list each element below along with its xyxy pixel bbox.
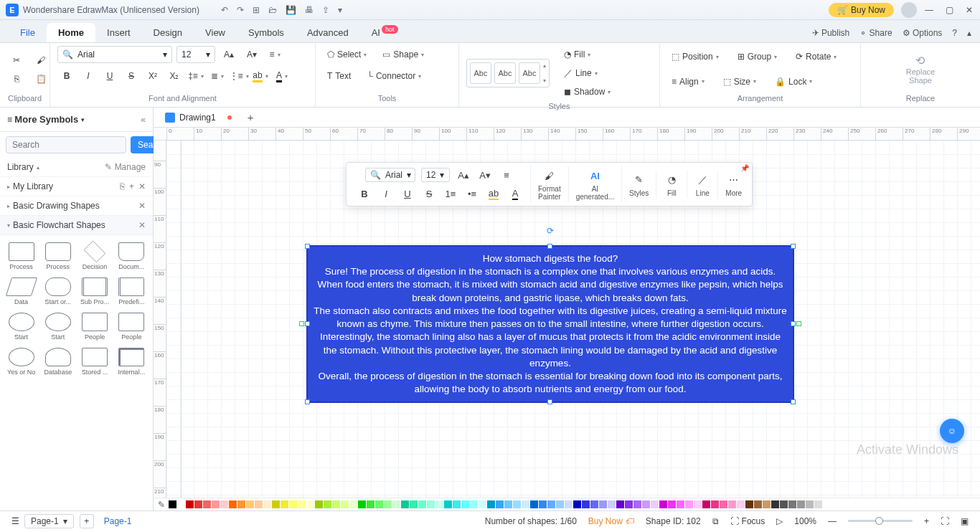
float-highlight[interactable]: ab [486, 186, 501, 201]
color-swatch[interactable] [263, 500, 271, 508]
shape-item[interactable]: Process [3, 239, 39, 273]
color-swatch[interactable] [539, 500, 547, 508]
increase-font-button[interactable]: A▴ [220, 46, 238, 63]
color-swatch[interactable] [358, 500, 366, 508]
color-swatch[interactable] [169, 500, 176, 508]
collapse-ribbon-button[interactable]: ▴ [967, 28, 971, 38]
color-swatch[interactable] [694, 500, 702, 508]
footer-buy-now[interactable]: Buy Now 🏷 [588, 516, 634, 526]
shape-item[interactable]: Data [3, 275, 39, 308]
text-tool-button[interactable]: T Text [323, 67, 355, 85]
collapse-panel-button[interactable]: « [141, 115, 146, 125]
color-swatch[interactable] [341, 500, 349, 508]
color-swatch[interactable] [737, 500, 745, 508]
line-button[interactable]: ／ Line▾ [560, 65, 615, 82]
shape-item[interactable]: Process [39, 239, 76, 273]
publish-button[interactable]: ✈ Publish [812, 28, 850, 38]
my-library-item[interactable]: My Library [13, 181, 53, 191]
connector-tool-button[interactable]: └ Connector▾ [362, 67, 425, 85]
float-line-button[interactable]: ／ [694, 172, 710, 188]
float-align[interactable]: ≡ [499, 167, 514, 183]
decrease-font-button[interactable]: A▾ [242, 46, 261, 63]
shape-item[interactable]: Docum... [113, 239, 150, 273]
color-swatch[interactable] [203, 500, 211, 508]
font-family-dropdown[interactable]: 🔍 Arial ▾ [57, 46, 172, 63]
color-swatch[interactable] [522, 500, 529, 508]
tab-advanced[interactable]: Advanced [296, 23, 360, 42]
fit-page-button[interactable]: ⛶ [941, 516, 949, 526]
color-swatch[interactable] [470, 500, 478, 508]
export-button[interactable]: ⇪ [322, 5, 329, 15]
resize-handle[interactable] [305, 321, 310, 326]
tab-file[interactable]: File [9, 23, 47, 42]
color-swatch[interactable] [220, 500, 228, 508]
shape-item[interactable]: Start [3, 310, 39, 343]
new-tab-button[interactable]: + [248, 111, 254, 123]
shape-item[interactable]: Internal... [113, 345, 150, 379]
color-swatch[interactable] [246, 500, 254, 508]
float-numlist[interactable]: 1≡ [443, 186, 458, 201]
connect-handle[interactable] [299, 321, 304, 326]
shape-item[interactable]: Start or... [39, 275, 76, 308]
float-bullist[interactable]: •≡ [464, 186, 480, 201]
color-swatch[interactable] [565, 500, 573, 508]
float-fontcolor[interactable]: A [507, 186, 523, 201]
color-swatch[interactable] [444, 500, 452, 508]
float-format-painter[interactable]: 🖌 [542, 168, 557, 184]
italic-button[interactable]: I [79, 67, 98, 85]
color-swatch[interactable] [324, 500, 331, 508]
color-swatch[interactable] [418, 500, 426, 508]
color-swatch[interactable] [306, 500, 314, 508]
color-swatch[interactable] [349, 500, 357, 508]
color-swatch[interactable] [590, 500, 598, 508]
color-swatch[interactable] [504, 500, 512, 508]
print-button[interactable]: 🖶 [305, 5, 314, 15]
color-swatch[interactable] [487, 500, 495, 508]
color-swatch[interactable] [375, 500, 383, 508]
color-swatch[interactable] [685, 500, 693, 508]
shape-item[interactable]: Yes or No [3, 345, 39, 379]
shape-item[interactable]: Sub Pro... [77, 275, 113, 308]
shape-item[interactable]: Stored ... [77, 345, 113, 379]
zoom-in-button[interactable]: + [924, 516, 929, 526]
color-swatch[interactable] [728, 500, 736, 508]
fullscreen-button[interactable]: ▣ [961, 516, 969, 526]
float-strike[interactable]: S [421, 186, 437, 201]
color-swatch[interactable] [599, 500, 607, 508]
zoom-slider[interactable] [848, 520, 913, 522]
replace-shape-button[interactable]: ⟲ Replace Shape [906, 54, 935, 85]
list-button[interactable]: ⋮≡▾ [230, 67, 248, 85]
color-swatch[interactable] [642, 500, 650, 508]
rotate-button[interactable]: ⟳ Rotate▾ [791, 48, 841, 65]
color-swatch[interactable] [651, 500, 659, 508]
shape-item[interactable]: People [113, 310, 150, 343]
paste-button[interactable]: 📋 [32, 70, 50, 87]
highlight-button[interactable]: ab▾ [251, 67, 270, 85]
shadow-button[interactable]: ◼ Shadow▾ [560, 83, 615, 100]
page-tab[interactable]: Page-1 [104, 516, 132, 526]
document-tab[interactable]: Drawing1 [156, 108, 240, 127]
page-list-button[interactable]: ☰ [6, 513, 24, 530]
tab-ai[interactable]: AIhot [360, 23, 410, 42]
ai-assistant-bubble[interactable]: ☺ [940, 419, 964, 443]
color-swatch[interactable] [573, 500, 581, 508]
basic-drawing-item[interactable]: Basic Drawing Shapes [13, 201, 100, 211]
color-swatch[interactable] [633, 500, 641, 508]
float-ai-button[interactable]: AI [587, 168, 603, 184]
undo-button[interactable]: ↶ [221, 5, 228, 15]
font-color-button[interactable]: A▾ [273, 67, 291, 85]
color-swatch[interactable] [702, 500, 710, 508]
buy-now-button[interactable]: 🛒 Buy Now [829, 3, 894, 17]
share-button[interactable]: ⚬ Share [859, 28, 892, 38]
float-underline[interactable]: U [400, 186, 415, 201]
library-label[interactable]: Library [7, 162, 34, 172]
size-button[interactable]: ⬚ Size▾ [719, 73, 760, 90]
color-swatch[interactable] [806, 500, 814, 508]
line-spacing-button[interactable]: ‡≡▾ [187, 67, 205, 85]
tab-home[interactable]: Home [47, 23, 95, 42]
color-swatch[interactable] [720, 500, 727, 508]
color-swatch[interactable] [479, 500, 486, 508]
color-swatch[interactable] [453, 500, 461, 508]
select-tool-button[interactable]: ⬠ Select▾ [323, 46, 371, 63]
more-symbols-label[interactable]: More Symbols [14, 114, 78, 125]
